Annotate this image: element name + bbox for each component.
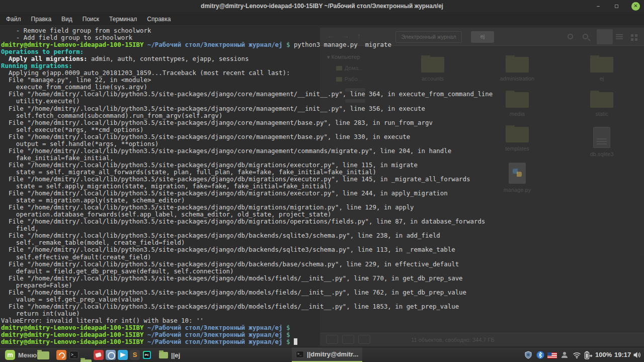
close-button[interactable]: ✕ xyxy=(631,2,640,11)
pycharm-icon[interactable] xyxy=(143,351,151,359)
folder-icon xyxy=(506,127,529,142)
folder-icon xyxy=(506,92,529,108)
sublime-text-icon[interactable]: S xyxy=(130,350,140,360)
clock[interactable]: 19:17 xyxy=(614,351,631,358)
text-cursor xyxy=(294,338,297,345)
user-icon[interactable] xyxy=(560,351,569,359)
bluetooth-icon[interactable] xyxy=(536,351,544,359)
terminal-output: - Remove field group from schoolwork - A… xyxy=(1,27,493,345)
keyboard-layout-us-flag-icon[interactable] xyxy=(547,352,557,358)
search-icon xyxy=(583,34,588,39)
file-manager-icon[interactable] xyxy=(80,359,92,362)
mint-menu-button[interactable]: Меню xyxy=(2,347,40,362)
web-browser-icon[interactable] xyxy=(106,350,116,360)
terminal-menubar: Файл Правка Вид Поиск Терминал Справка xyxy=(0,14,644,25)
battery-percent[interactable]: 100% xyxy=(595,351,612,358)
wifi-icon[interactable] xyxy=(573,351,581,359)
linux-mint-logo-icon xyxy=(5,350,15,360)
background-item-manage.py: manage.py xyxy=(492,163,542,193)
folder-icon xyxy=(159,352,168,358)
pyfile-icon xyxy=(509,163,526,184)
grid-view-icon xyxy=(631,34,633,37)
background-item-db.sqlite3: db.sqlite3 xyxy=(577,127,627,157)
background-item-media: media xyxy=(492,92,542,117)
folder-icon xyxy=(506,57,529,73)
red-app-icon[interactable] xyxy=(94,350,104,360)
volume-icon[interactable] xyxy=(633,351,641,359)
menu-help[interactable]: Справка xyxy=(142,14,176,25)
terminal-viewport[interactable]: ← → ↑ Электронный журнал ej ▾ Компьютер … xyxy=(0,25,644,347)
menu-edit[interactable]: Правка xyxy=(26,14,57,25)
taskbar: Меню >_ S ||ej >_ ||dmitry@dmitr... xyxy=(0,347,644,362)
background-item-ej: ej xyxy=(577,57,627,82)
maximize-button[interactable] xyxy=(612,2,621,11)
icon-view-toggle xyxy=(597,29,613,44)
window-title: dmitry@dmitry-Lenovo-ideapad-100-15IBY ~… xyxy=(0,3,644,10)
show-desktop-folder-icon[interactable] xyxy=(37,351,49,359)
background-item-templates: templates xyxy=(492,127,542,152)
telegram-icon[interactable] xyxy=(118,350,128,360)
terminal-icon: >_ xyxy=(296,351,304,358)
background-item-administration: administration xyxy=(492,57,542,82)
terminal-launcher-icon[interactable]: >_ xyxy=(69,351,78,359)
menu-search[interactable]: Поиск xyxy=(77,14,104,25)
battery-charging-icon[interactable] xyxy=(584,351,593,359)
refresh-icon xyxy=(568,34,573,39)
list-view-icon xyxy=(616,34,623,39)
folder-icon xyxy=(590,92,613,108)
background-item-static: static xyxy=(577,92,627,117)
folder-icon xyxy=(590,57,613,73)
maximize-icon xyxy=(615,5,618,8)
file-icon xyxy=(593,127,610,148)
window-button-terminal-active[interactable]: >_ ||dmitry@dmitr... xyxy=(292,347,362,362)
orange-app-icon[interactable] xyxy=(56,350,66,360)
terminal-titlebar[interactable]: dmitry@dmitry-Lenovo-ideapad-100-15IBY ~… xyxy=(0,0,644,13)
shield-icon[interactable] xyxy=(524,351,532,359)
menu-file[interactable]: Файл xyxy=(1,14,26,25)
menu-view[interactable]: Вид xyxy=(56,14,77,25)
menu-terminal[interactable]: Терминал xyxy=(104,14,142,25)
window-button-ej[interactable]: ||ej xyxy=(155,347,184,362)
minimize-button[interactable]: – xyxy=(594,2,603,11)
menu-label: Меню xyxy=(18,351,37,359)
